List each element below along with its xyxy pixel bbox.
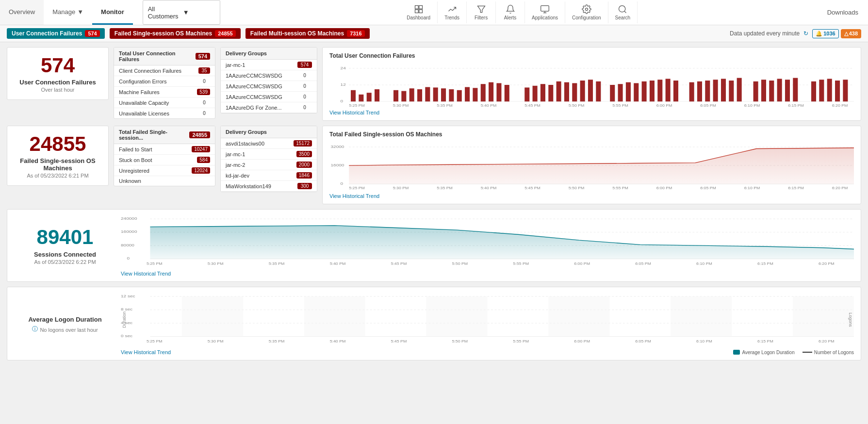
delivery-row[interactable]: jar-mc-1 574 bbox=[221, 60, 317, 70]
svg-text:6:20 PM: 6:20 PM bbox=[819, 262, 835, 266]
delivery-row[interactable]: 1AAzureCCMCSWSDG 0 bbox=[221, 92, 317, 102]
delivery-row[interactable]: asvdi1staciws00 15172 bbox=[221, 138, 317, 149]
delivery-row[interactable]: 1AAzureDG For Zone... 0 bbox=[221, 102, 317, 113]
nav-filters[interactable]: Filters bbox=[467, 1, 496, 23]
sessions-label: Sessions Connected bbox=[34, 251, 96, 258]
bell-icon: 🔔 bbox=[816, 31, 822, 37]
applications-icon bbox=[540, 4, 550, 14]
user-connection-label: User Connection Failures bbox=[19, 79, 96, 86]
tab-overview[interactable]: Overview bbox=[0, 0, 44, 25]
alert-failed-single[interactable]: Failed Single-session OS Machines 24855 bbox=[110, 28, 241, 39]
svg-rect-27 bbox=[441, 88, 446, 101]
delivery-row[interactable]: 1AAzureCCMCSWSDG 0 bbox=[221, 70, 317, 81]
svg-rect-62 bbox=[753, 82, 758, 101]
nav-applications[interactable]: Applications bbox=[525, 1, 565, 23]
svg-rect-32 bbox=[481, 84, 486, 101]
svg-rect-66 bbox=[785, 80, 790, 101]
table-row[interactable]: Failed to Start 10247 bbox=[114, 144, 215, 155]
nav-trends[interactable]: Trends bbox=[438, 1, 467, 23]
user-connection-row: 574 User Connection Failures Over last h… bbox=[7, 47, 861, 121]
filters-icon bbox=[476, 4, 486, 14]
view-trend-link[interactable]: View Historical Trend bbox=[329, 110, 854, 115]
svg-rect-63 bbox=[761, 80, 766, 101]
svg-text:0: 0 bbox=[341, 99, 344, 103]
alert-bar-right: Data updated every minute ↻ 🔔 1036 △ 438 bbox=[730, 29, 861, 38]
svg-text:6:00 PM: 6:00 PM bbox=[574, 340, 590, 343]
svg-rect-131 bbox=[182, 296, 243, 337]
table-row[interactable]: Unavailable Licenses 0 bbox=[114, 108, 215, 118]
nav-search[interactable]: Search bbox=[608, 1, 638, 23]
table-row[interactable]: Unavailable Capacity 0 bbox=[114, 98, 215, 108]
svg-text:5:50 PM: 5:50 PM bbox=[452, 340, 468, 343]
svg-text:16000: 16000 bbox=[331, 163, 344, 167]
svg-text:5:35 PM: 5:35 PM bbox=[269, 340, 285, 343]
table-row[interactable]: Machine Failures 539 bbox=[114, 87, 215, 98]
notification-alert[interactable]: △ 438 bbox=[841, 29, 861, 38]
view-trend-sessions[interactable]: View Historical Trend bbox=[121, 271, 854, 277]
delivery-row[interactable]: jar-mc-2 2000 bbox=[221, 160, 317, 170]
svg-rect-56 bbox=[697, 82, 702, 101]
svg-rect-1 bbox=[419, 6, 422, 9]
svg-text:32000: 32000 bbox=[331, 145, 344, 148]
svg-text:6:00 PM: 6:00 PM bbox=[656, 186, 672, 190]
refresh-icon[interactable]: ↻ bbox=[803, 30, 808, 37]
svg-text:6:00 PM: 6:00 PM bbox=[656, 104, 672, 107]
svg-rect-58 bbox=[713, 80, 718, 101]
logon-row: Average Logon Duration ⓘ No logons over … bbox=[7, 287, 861, 360]
delivery-row[interactable]: MiaWorkstation149 300 bbox=[221, 181, 317, 192]
nav-configuration[interactable]: Configuration bbox=[565, 1, 608, 23]
svg-text:5:50 PM: 5:50 PM bbox=[452, 262, 468, 266]
svg-text:6:10 PM: 6:10 PM bbox=[744, 186, 760, 190]
tab-monitor[interactable]: Monitor bbox=[92, 0, 133, 25]
nav-dashboard[interactable]: Dashboard bbox=[400, 1, 438, 23]
user-connection-chart-panel: Total User Connection Failures 24 12 0 bbox=[322, 47, 861, 121]
svg-rect-52 bbox=[657, 80, 662, 101]
svg-text:5:30 PM: 5:30 PM bbox=[208, 262, 224, 266]
delivery-row[interactable]: 1AAzureCCMCSWSDG 0 bbox=[221, 81, 317, 92]
alert-failed-multi[interactable]: Failed Multi-session OS Machines 7316 bbox=[246, 28, 370, 39]
table-row[interactable]: Stuck on Boot 584 bbox=[114, 155, 215, 165]
nav-alerts[interactable]: Alerts bbox=[496, 1, 525, 23]
nav-tabs: Overview Manage ▼ Monitor bbox=[0, 0, 133, 25]
delivery-row[interactable]: kd-jar-dev 1846 bbox=[221, 170, 317, 181]
svg-rect-48 bbox=[626, 82, 631, 102]
tab-manage[interactable]: Manage ▼ bbox=[44, 0, 92, 25]
svg-rect-3 bbox=[419, 10, 422, 13]
svg-text:6:10 PM: 6:10 PM bbox=[744, 104, 760, 107]
svg-rect-72 bbox=[843, 80, 848, 101]
customer-selector[interactable]: All Customers ▼ bbox=[143, 0, 220, 25]
table-row[interactable]: Unknown bbox=[114, 176, 215, 186]
alert-bar: User Connection Failures 574 Failed Sing… bbox=[0, 25, 868, 42]
alert-user-connection[interactable]: User Connection Failures 574 bbox=[7, 28, 105, 39]
svg-rect-28 bbox=[449, 89, 454, 101]
svg-rect-61 bbox=[737, 78, 742, 102]
legend-logon-duration: Average Logon Duration bbox=[733, 350, 794, 355]
warning-icon: △ bbox=[844, 31, 848, 37]
svg-rect-24 bbox=[417, 89, 422, 101]
svg-rect-67 bbox=[793, 78, 798, 102]
svg-rect-49 bbox=[634, 83, 639, 101]
svg-text:160000: 160000 bbox=[121, 230, 137, 234]
table-row[interactable]: Client Connection Failures 35 bbox=[114, 65, 215, 76]
notification-bell[interactable]: 🔔 1036 bbox=[812, 29, 838, 38]
svg-text:80000: 80000 bbox=[121, 243, 134, 247]
sessions-chart: 240000 160000 80000 0 bbox=[121, 214, 854, 277]
user-connection-chart: 24 12 0 bbox=[329, 63, 854, 107]
delivery-row[interactable]: jar-mc-1 3500 bbox=[221, 149, 317, 160]
downloads-button[interactable]: Downloads bbox=[818, 0, 868, 25]
view-trend-logon[interactable]: View Historical Trend bbox=[121, 349, 171, 355]
svg-rect-36 bbox=[524, 87, 529, 101]
svg-rect-135 bbox=[671, 296, 732, 337]
sessions-number: 89401 bbox=[37, 226, 94, 248]
svg-rect-18 bbox=[359, 95, 363, 101]
svg-point-9 bbox=[619, 6, 625, 12]
svg-text:5:40 PM: 5:40 PM bbox=[481, 186, 497, 190]
svg-text:6:05 PM: 6:05 PM bbox=[700, 186, 716, 190]
table-row[interactable]: Configuration Errors 0 bbox=[114, 76, 215, 87]
svg-text:6:20 PM: 6:20 PM bbox=[832, 186, 848, 190]
svg-text:5:50 PM: 5:50 PM bbox=[569, 104, 585, 107]
view-trend-link[interactable]: View Historical Trend bbox=[329, 193, 854, 199]
table-row[interactable]: Unregistered 12024 bbox=[114, 165, 215, 176]
legend-logon-count: Number of Logons bbox=[802, 350, 854, 355]
svg-rect-23 bbox=[409, 88, 414, 101]
